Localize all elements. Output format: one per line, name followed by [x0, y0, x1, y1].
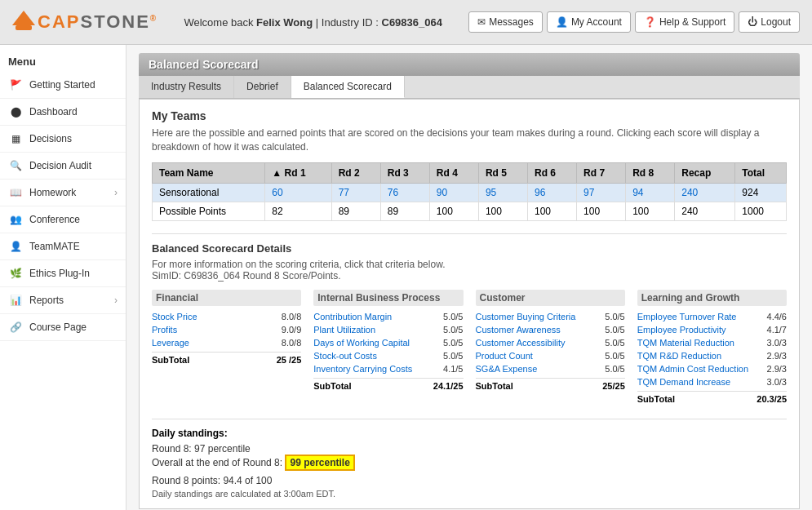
- sidebar-item-dashboard[interactable]: ⬤ Dashboard: [0, 99, 126, 126]
- sidebar-item-conference[interactable]: 👥 Conference: [0, 206, 126, 233]
- employee-productivity-link[interactable]: Employee Productivity: [637, 325, 726, 335]
- tmr-score: 3.0/3: [767, 338, 787, 348]
- financial-subtotal: SubTotal 25 /25: [152, 352, 301, 367]
- daily-standings: Daily standings: Round 8: 97 percentile …: [152, 419, 787, 499]
- separator: | Industry ID :: [316, 16, 379, 29]
- possible-rd8: 100: [626, 202, 675, 220]
- sga-expense-link[interactable]: SG&A Expense: [476, 364, 538, 374]
- account-icon: 👤: [556, 16, 568, 28]
- score-row: TQM Demand Increase 3.0/3: [637, 375, 787, 388]
- score-row: Contribution Margin 5.0/5: [313, 310, 463, 323]
- cacc-score: 5.0/5: [605, 338, 624, 348]
- score-link-rd4[interactable]: 90: [437, 187, 447, 198]
- sidebar-item-decision-audit[interactable]: 🔍 Decision Audit: [0, 153, 126, 180]
- tac-score: 2.9/3: [767, 364, 787, 374]
- sidebar-item-getting-started[interactable]: 🚩 Getting Started: [0, 72, 126, 99]
- tqm-demand-link[interactable]: TQM Demand Increase: [637, 377, 730, 387]
- bc-score: 5.0/5: [605, 312, 624, 322]
- leverage-score: 8.0/8: [282, 338, 301, 348]
- table-row: Possible Points 82 89 89 100 100 100 100…: [153, 202, 787, 220]
- sidebar-item-decisions[interactable]: ▦ Decisions: [0, 126, 126, 153]
- score-row: Customer Accessibility 5.0/5: [476, 336, 625, 349]
- logo: CAPSTONE®: [12, 11, 158, 33]
- possible-rd5: 100: [478, 202, 527, 220]
- pu-score: 5.0/5: [443, 325, 463, 335]
- stockout-costs-link[interactable]: Stock-out Costs: [313, 351, 377, 361]
- messages-button[interactable]: ✉ Messages: [468, 11, 543, 33]
- sidebar-item-teammate[interactable]: 👤 TeamMATE: [0, 233, 126, 260]
- sidebar-item-reports[interactable]: 📊 Reports ›: [0, 287, 126, 314]
- sidebar-item-homework[interactable]: 📖 Homework ›: [0, 180, 126, 206]
- customer-accessibility-link[interactable]: Customer Accessibility: [476, 338, 566, 348]
- header: CAPSTONE® Welcome back Felix Wong | Indu…: [0, 0, 812, 45]
- product-count-link[interactable]: Product Count: [476, 351, 533, 361]
- team-name-sensorational: Sensorational: [153, 183, 265, 202]
- tab-debrief[interactable]: Debrief: [234, 76, 291, 98]
- my-account-button[interactable]: 👤 My Account: [547, 11, 631, 33]
- score-link-rd7[interactable]: 97: [583, 187, 594, 198]
- course-icon: 🔗: [8, 320, 23, 335]
- tab-balanced-scorecard[interactable]: Balanced Scorecard: [291, 76, 405, 98]
- score-link-rd6[interactable]: 96: [535, 187, 545, 198]
- score-row: Plant Utilization 5.0/5: [313, 323, 463, 336]
- score-link-rd1[interactable]: 60: [272, 187, 282, 198]
- pc-score: 5.0/5: [605, 351, 624, 361]
- score-link-rd3[interactable]: 76: [388, 187, 398, 198]
- bsc-details-desc: For more information on the scoring crit…: [152, 259, 787, 282]
- logo-icon: [12, 11, 35, 33]
- employee-turnover-link[interactable]: Employee Turnover Rate: [637, 312, 737, 322]
- sidebar-item-ethics[interactable]: 🌿 Ethics Plug-In: [0, 260, 126, 287]
- score-link-rd5[interactable]: 95: [486, 187, 496, 198]
- score-grid: Financial Stock Price 8.0/8 Profits 9.0/…: [152, 290, 787, 406]
- sidebar-item-course-page[interactable]: 🔗 Course Page: [0, 314, 126, 341]
- plant-util-link[interactable]: Plant Utilization: [313, 325, 375, 335]
- ethics-icon: 🌿: [8, 266, 23, 281]
- sga-score: 5.0/5: [605, 364, 624, 374]
- working-capital-link[interactable]: Days of Working Capital: [313, 338, 410, 348]
- score-link-rd2[interactable]: 77: [339, 187, 349, 198]
- financial-title: Financial: [152, 290, 301, 306]
- profits-link[interactable]: Profits: [152, 325, 177, 335]
- possible-rd3: 89: [380, 202, 429, 220]
- logout-button[interactable]: ⏻ Logout: [739, 11, 800, 33]
- score-link-recap[interactable]: 240: [681, 187, 698, 198]
- chevron-right-icon-reports: ›: [114, 295, 118, 306]
- et-score: 4.4/6: [767, 312, 787, 322]
- customer-awareness-link[interactable]: Customer Awareness: [476, 325, 561, 335]
- score-row: Product Count 5.0/5: [476, 349, 625, 362]
- cm-score: 5.0/5: [443, 312, 463, 322]
- logo-cap: CAP: [38, 11, 80, 32]
- help-support-button[interactable]: ❓ Help & Support: [635, 11, 734, 33]
- contribution-margin-link[interactable]: Contribution Margin: [313, 312, 392, 322]
- teammate-icon: 👤: [8, 239, 23, 254]
- score-row: Days of Working Capital 5.0/5: [313, 336, 463, 349]
- learning-title: Learning and Growth: [637, 290, 787, 306]
- page-title-bar: Balanced Scorecard: [139, 53, 800, 76]
- homework-icon: 📖: [8, 185, 23, 200]
- dashboard-icon: ⬤: [8, 104, 23, 119]
- col-rd8: Rd 8: [626, 162, 675, 183]
- learning-subtotal: SubTotal 20.3/25: [637, 391, 787, 406]
- possible-rd4: 100: [429, 202, 478, 220]
- learning-section: Learning and Growth Employee Turnover Ra…: [637, 290, 787, 406]
- possible-recap: 240: [675, 202, 735, 220]
- tab-industry-results[interactable]: Industry Results: [139, 76, 234, 98]
- stock-price-link[interactable]: Stock Price: [152, 312, 197, 322]
- inventory-carrying-link[interactable]: Inventory Carrying Costs: [313, 364, 412, 374]
- tqm-admin-link[interactable]: TQM Admin Cost Reduction: [637, 364, 748, 374]
- trd-score: 2.9/3: [767, 351, 787, 361]
- chevron-right-icon: ›: [114, 187, 118, 198]
- score-link-rd8[interactable]: 94: [632, 187, 643, 198]
- buying-criteria-link[interactable]: Customer Buying Criteria: [476, 312, 576, 322]
- internal-section: Internal Business Process Contribution M…: [313, 290, 463, 406]
- tqm-rd-link[interactable]: TQM R&D Reduction: [637, 351, 721, 361]
- main-layout: Menu 🚩 Getting Started ⬤ Dashboard ▦ Dec…: [0, 45, 812, 510]
- welcome-text: Welcome back Felix Wong | Industry ID : …: [158, 16, 468, 29]
- possible-rd6: 100: [528, 202, 577, 220]
- my-teams-title: My Teams: [152, 109, 787, 122]
- tqm-material-link[interactable]: TQM Material Reduction: [637, 338, 734, 348]
- standings-note: Daily standings are calculated at 3:00am…: [152, 489, 787, 499]
- score-row: Employee Productivity 4.1/7: [637, 323, 787, 336]
- col-recap: Recap: [675, 162, 735, 183]
- leverage-link[interactable]: Leverage: [152, 338, 189, 348]
